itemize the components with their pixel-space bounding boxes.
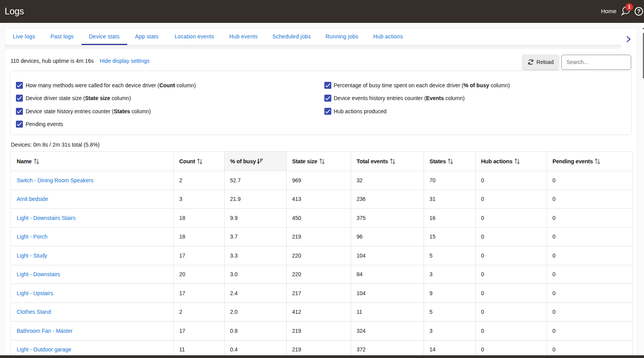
svg-text:?: ?	[637, 8, 641, 14]
